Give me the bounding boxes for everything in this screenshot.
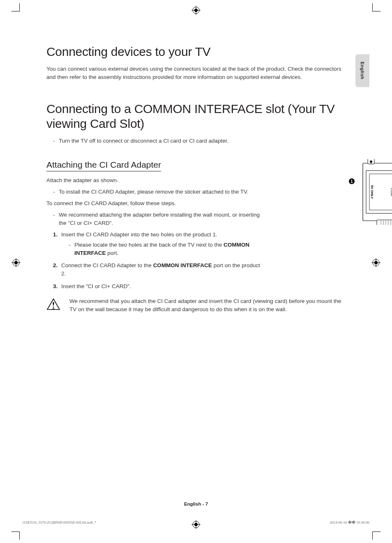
bullet-recommend-wallmount: We recommend attaching the adapter befor…: [53, 211, 260, 228]
warning-icon: [46, 298, 60, 314]
registration-mark-icon: [12, 258, 21, 267]
crop-mark: [372, 3, 373, 12]
step-number: 1.: [53, 231, 58, 239]
svg-text:1: 1: [350, 179, 353, 184]
registration-mark-icon: [371, 258, 380, 267]
svg-text:PUSH: PUSH: [390, 188, 392, 196]
registration-mark-icon: [191, 6, 201, 15]
bullet-remove-sticker: To install the CI CARD Adapter, please r…: [53, 188, 260, 196]
step-number: 2.: [53, 261, 58, 270]
crop-mark: [372, 531, 373, 540]
crop-mark: [12, 11, 20, 12]
svg-rect-21: [377, 220, 392, 225]
heading-connecting-devices: Connecting devices to your TV: [46, 44, 342, 59]
language-tab: English: [355, 54, 369, 87]
page-number: English - 7: [0, 501, 392, 506]
step-1: 1. Insert the CI CARD Adapter into the t…: [53, 231, 260, 257]
crop-mark: [372, 11, 380, 12]
page-content: Connecting devices to your TV You can co…: [46, 44, 342, 314]
svg-text:5V ONLY: 5V ONLY: [370, 185, 374, 199]
attach-intro: Attach the adapter as shown.: [46, 176, 260, 185]
step-number: 3.: [53, 282, 58, 291]
warning-text: We recommend that you attach the CI Card…: [69, 297, 342, 314]
crop-mark: [19, 531, 20, 540]
warning-note: We recommend that you attach the CI Card…: [46, 297, 342, 314]
bullet-turn-off: Turn the TV off to connect or disconnect…: [53, 137, 342, 145]
footer-timestamp: 2014-06-10 �� 10:30:06: [330, 520, 370, 525]
crop-mark: [12, 531, 20, 532]
crop-mark: [372, 531, 380, 532]
language-tab-label: English: [360, 62, 365, 79]
subheading-attaching-adapter: Attaching the CI Card Adapter: [46, 160, 161, 171]
intro-paragraph: You can connect various external devices…: [46, 65, 342, 81]
footer-filename: [UH5510_5570-ZG]BN68-06595E-00L04.indb 7: [23, 520, 96, 525]
ci-card-adapter-diagram: COMMON INTERFACE PUSH 5V ONLY 1 2: [346, 159, 392, 225]
step-3-text: Insert the "CI or CI+ CARD".: [61, 283, 131, 289]
step-2: 2. Connect the CI CARD Adapter to the CO…: [53, 261, 260, 278]
step-1-text: Insert the CI CARD Adapter into the two …: [61, 231, 217, 238]
crop-mark: [19, 3, 20, 12]
step-1-sub: Please locate the two holes at the back …: [69, 241, 260, 258]
heading-common-interface: Connecting to a COMMON INTERFACE slot (Y…: [46, 102, 342, 131]
follow-steps-text: To connect the CI CARD Adapter, follow t…: [46, 199, 260, 208]
svg-rect-17: [366, 171, 392, 213]
footer-metadata: [UH5510_5570-ZG]BN68-06595E-00L04.indb 7…: [23, 520, 369, 525]
step-3: 3. Insert the "CI or CI+ CARD".: [53, 282, 260, 291]
